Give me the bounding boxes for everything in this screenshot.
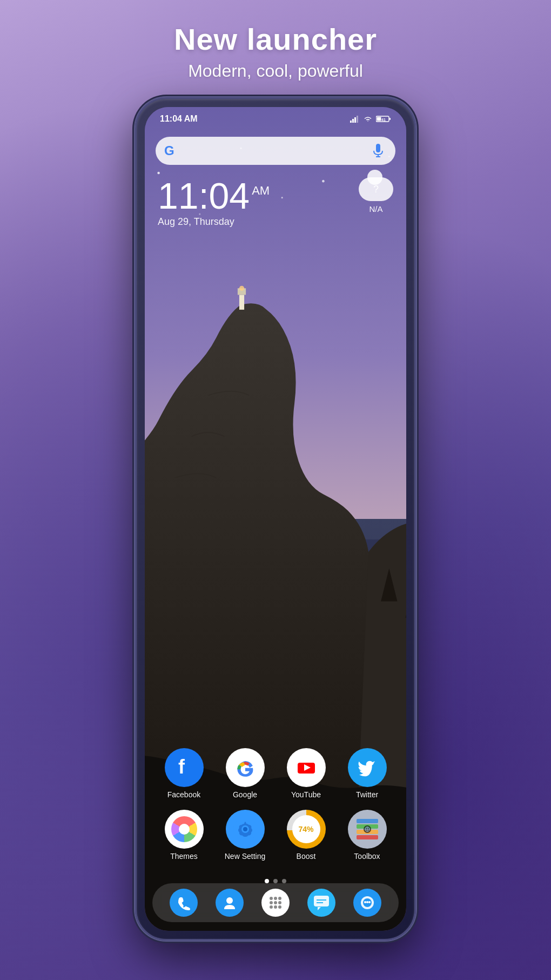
svg-rect-11 bbox=[239, 295, 244, 309]
svg-point-30 bbox=[243, 827, 247, 831]
status-bar: 11:04 AM bbox=[145, 107, 406, 131]
google-icon bbox=[226, 748, 265, 787]
status-icons: 41 bbox=[350, 115, 391, 123]
svg-text:f: f bbox=[178, 757, 185, 778]
svg-point-42 bbox=[270, 905, 273, 909]
app-row-1: f Facebook Google bbox=[153, 748, 398, 799]
boost-label: Boost bbox=[297, 852, 316, 861]
svg-point-38 bbox=[278, 897, 281, 900]
svg-point-39 bbox=[270, 901, 273, 904]
dock-contacts-icon[interactable] bbox=[216, 889, 244, 917]
weather-icon: ? bbox=[359, 177, 393, 201]
clock-date: Aug 29, Thursday bbox=[158, 216, 270, 228]
page-dot-1 bbox=[265, 879, 269, 883]
google-logo: G bbox=[164, 143, 174, 158]
wifi-icon bbox=[363, 115, 373, 123]
themes-icon bbox=[165, 810, 204, 849]
svg-point-50 bbox=[364, 901, 366, 903]
svg-point-35 bbox=[226, 897, 233, 904]
dock-phone-icon[interactable] bbox=[170, 889, 198, 917]
svg-point-51 bbox=[366, 901, 368, 903]
svg-point-37 bbox=[274, 897, 277, 900]
search-bar[interactable]: G bbox=[156, 137, 395, 165]
app-twitter[interactable]: Twitter bbox=[343, 748, 392, 799]
svg-point-13 bbox=[239, 286, 244, 291]
svg-rect-14 bbox=[350, 121, 352, 123]
svg-rect-19 bbox=[389, 118, 391, 120]
svg-point-3 bbox=[322, 180, 325, 183]
youtube-label: YouTube bbox=[291, 790, 321, 799]
youtube-icon bbox=[287, 748, 326, 787]
svg-rect-15 bbox=[352, 119, 354, 123]
app-facebook[interactable]: f Facebook bbox=[160, 748, 209, 799]
svg-rect-22 bbox=[376, 144, 380, 152]
svg-point-1 bbox=[157, 172, 160, 175]
svg-point-52 bbox=[368, 901, 371, 903]
app-grid: f Facebook Google bbox=[145, 748, 406, 871]
svg-point-41 bbox=[278, 901, 281, 904]
svg-point-40 bbox=[274, 901, 277, 904]
toolbox-icon bbox=[348, 810, 387, 849]
app-boost[interactable]: 74% Boost bbox=[282, 810, 331, 861]
page-dots bbox=[145, 879, 406, 883]
svg-point-36 bbox=[270, 897, 273, 900]
facebook-icon: f bbox=[165, 748, 204, 787]
boost-inner: 74% bbox=[292, 815, 320, 843]
clock-time: 11:04 AM bbox=[158, 177, 270, 214]
svg-point-44 bbox=[278, 905, 281, 909]
newsetting-label: New Setting bbox=[225, 852, 265, 861]
boost-icon: 74% bbox=[287, 810, 326, 849]
facebook-label: Facebook bbox=[167, 790, 200, 799]
twitter-label: Twitter bbox=[356, 790, 378, 799]
signal-icon bbox=[350, 115, 360, 123]
page-dot-3 bbox=[282, 879, 286, 883]
clock-widget: 11:04 AM Aug 29, Thursday bbox=[158, 177, 270, 228]
svg-rect-20 bbox=[377, 117, 381, 121]
app-toolbox[interactable]: Toolbox bbox=[343, 810, 392, 861]
page-dot-2 bbox=[273, 879, 278, 883]
app-themes[interactable]: Themes bbox=[160, 810, 209, 861]
google-label: Google bbox=[233, 790, 257, 799]
page-subtitle: Modern, cool, powerful bbox=[174, 61, 377, 81]
dock-chat-icon[interactable] bbox=[353, 889, 381, 917]
weather-widget: ? N/A bbox=[359, 177, 393, 214]
weather-status: N/A bbox=[359, 204, 393, 214]
page-title: New launcher bbox=[174, 22, 377, 57]
battery-icon: 41 bbox=[376, 115, 391, 123]
svg-rect-16 bbox=[354, 117, 356, 123]
app-row-2: Themes New Setting bbox=[153, 810, 398, 861]
status-time: 11:04 AM bbox=[160, 114, 198, 124]
mic-icon[interactable] bbox=[369, 142, 387, 159]
dock bbox=[152, 883, 399, 922]
app-newsetting[interactable]: New Setting bbox=[221, 810, 270, 861]
twitter-icon bbox=[348, 748, 387, 787]
phone-mockup: 11:04 AM bbox=[135, 97, 416, 941]
newsetting-icon bbox=[226, 810, 265, 849]
app-youtube[interactable]: YouTube bbox=[282, 748, 331, 799]
phone-screen: 11:04 AM bbox=[145, 107, 406, 931]
themes-label: Themes bbox=[170, 852, 198, 861]
svg-rect-17 bbox=[357, 116, 358, 123]
svg-point-7 bbox=[281, 197, 283, 198]
boost-percent: 74% bbox=[298, 825, 313, 834]
svg-text:41: 41 bbox=[381, 118, 386, 122]
dock-apps-icon[interactable] bbox=[261, 889, 290, 917]
svg-point-43 bbox=[274, 905, 277, 909]
app-google[interactable]: Google bbox=[221, 748, 270, 799]
toolbox-label: Toolbox bbox=[354, 852, 380, 861]
dock-messages-icon[interactable] bbox=[307, 889, 335, 917]
svg-rect-45 bbox=[314, 896, 329, 906]
